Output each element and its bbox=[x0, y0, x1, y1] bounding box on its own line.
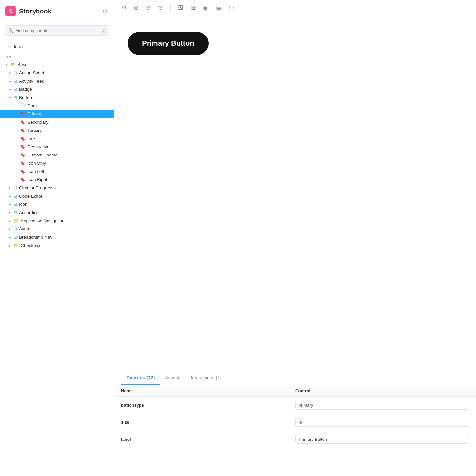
tree-item-label: Application Navigation bbox=[21, 218, 65, 223]
sidebar-item-button[interactable]: ▾⊞Button bbox=[0, 93, 114, 102]
preview-area: Primary Button bbox=[114, 15, 476, 371]
sidebar-item-code-editor[interactable]: ▸⊞Code Editor bbox=[0, 192, 114, 200]
control-input-size[interactable] bbox=[295, 418, 469, 427]
sidebar-item-button-link[interactable]: 🔖Link bbox=[0, 134, 114, 143]
component-icon: ⊞ bbox=[13, 226, 17, 231]
control-name-label: label bbox=[121, 437, 295, 442]
zoom-in-icon[interactable]: ⊕ bbox=[132, 3, 140, 12]
tree-item-label: Custom Theme bbox=[27, 153, 58, 157]
arrow-icon: ▸ bbox=[9, 71, 11, 75]
sidebar-item-button-icon-only[interactable]: 🔖Icon Only bbox=[0, 159, 114, 167]
section-label: ON bbox=[5, 55, 11, 59]
app-title: Storybook bbox=[19, 8, 52, 15]
arrow-icon: ▸ bbox=[9, 186, 11, 190]
search-icon: 🔍 bbox=[8, 28, 13, 33]
tree-item-label: Icon Only bbox=[27, 161, 46, 166]
search-input[interactable] bbox=[15, 28, 100, 33]
sidebar-item-button-destructive[interactable]: 🔖Destructive bbox=[0, 143, 114, 151]
tree-item-label: Base bbox=[17, 62, 28, 67]
tree-container: ▾📂Base▸⊞Action Sheet▸⊞Activity Feed▸⊞Bad… bbox=[0, 60, 114, 250]
search-bar[interactable]: 🔍 / bbox=[5, 25, 109, 36]
arrow-icon: ▸ bbox=[9, 236, 11, 239]
component-icon: ⊞ bbox=[13, 70, 17, 75]
component-icon: ⊞ bbox=[13, 235, 17, 240]
intro-icon: 📄 bbox=[6, 44, 12, 49]
folder-icon: 📁 bbox=[13, 218, 19, 223]
component-icon: ⊞ bbox=[13, 185, 17, 190]
sidebar-item-avatar[interactable]: ▸⊞Avatar bbox=[0, 225, 114, 233]
arrow-icon: ▸ bbox=[9, 227, 11, 231]
tree-item-label: Action Sheet bbox=[19, 70, 44, 75]
preview-primary-button[interactable]: Primary Button bbox=[128, 32, 209, 55]
sidebar-item-intro[interactable]: 📄 intro bbox=[0, 42, 114, 51]
sidebar-item-icon[interactable]: ▸⊞Icon bbox=[0, 200, 114, 208]
story-icon: 🔖 bbox=[20, 111, 25, 116]
zoom-out-icon[interactable]: ⊖ bbox=[145, 3, 152, 12]
tab-interactions[interactable]: Interactions (1) bbox=[185, 371, 226, 385]
control-input-label[interactable] bbox=[295, 435, 469, 444]
component-icon: ⊞ bbox=[13, 210, 17, 215]
panel-content: Name Control buttonType size label bbox=[114, 385, 476, 476]
main-area: ↺ ⊕ ⊖ ⊙ 🖼 ⊞ ▣ ▤ ⬚ Primary Button Control… bbox=[114, 0, 476, 476]
tree-item-label: Primary bbox=[27, 111, 43, 116]
measure-icon[interactable]: ▤ bbox=[215, 3, 223, 12]
tree-item-label: Destructive bbox=[27, 144, 50, 149]
story-icon: 🔖 bbox=[20, 161, 25, 166]
arrow-icon: ▸ bbox=[9, 203, 11, 206]
tree-item-label: Link bbox=[27, 136, 36, 141]
sidebar-item-button-primary[interactable]: 🔖Primary bbox=[0, 110, 114, 118]
arrow-icon: ▸ bbox=[9, 195, 11, 198]
sidebar-item-checkbox[interactable]: ▸📁Checkbox bbox=[0, 241, 114, 250]
tab-controls[interactable]: Controls (12) bbox=[121, 371, 160, 385]
story-icon: 🔖 bbox=[20, 144, 25, 149]
sidebar-item-breadcrumb-nav[interactable]: ▸⊞Breadcrumb Nav bbox=[0, 233, 114, 241]
section-header: ON ⌃ bbox=[0, 51, 114, 60]
storybook-logo-icon: S bbox=[5, 6, 16, 16]
viewport-icon[interactable]: ▣ bbox=[202, 3, 210, 12]
tree-item-label: Checkbox bbox=[21, 243, 40, 248]
sidebar-item-button-docs[interactable]: 📄Docs bbox=[0, 102, 114, 110]
controls-name-header: Name bbox=[121, 388, 295, 393]
sidebar-item-button-secondary[interactable]: 🔖Secondary bbox=[0, 118, 114, 126]
controls-table-header: Name Control bbox=[114, 385, 476, 397]
sidebar-item-circular-progresss[interactable]: ▸⊞Circular Progresss bbox=[0, 184, 114, 192]
zoom-reset-icon[interactable]: ⊙ bbox=[157, 3, 164, 12]
arrow-icon: ▾ bbox=[6, 63, 8, 66]
tree-item-label: Button bbox=[19, 95, 32, 100]
sidebar-item-application-navigation[interactable]: ▸📁Application Navigation bbox=[0, 217, 114, 225]
folder-icon: 📁 bbox=[13, 243, 19, 248]
toolbar-divider bbox=[170, 4, 171, 11]
grid-icon[interactable]: ⊞ bbox=[190, 3, 197, 12]
tree-item-label: Code Editor bbox=[19, 194, 42, 199]
sidebar-item-badge[interactable]: ▸⊞Badge bbox=[0, 85, 114, 93]
sidebar-item-activity-feed[interactable]: ▸⊞Activity Feed bbox=[0, 77, 114, 85]
component-icon: ⊞ bbox=[13, 95, 17, 100]
control-row-label: label bbox=[114, 431, 476, 448]
tab-actions[interactable]: Actions bbox=[160, 371, 185, 385]
story-icon: 🔖 bbox=[20, 153, 25, 157]
image-icon[interactable]: 🖼 bbox=[177, 4, 185, 12]
outline-icon[interactable]: ⬚ bbox=[227, 3, 236, 12]
sidebar-item-button-icon-left[interactable]: 🔖Icon Left bbox=[0, 167, 114, 176]
tree-item-label: Docs bbox=[27, 103, 37, 108]
sidebar-item-button-custom-theme[interactable]: 🔖Custom Theme bbox=[0, 151, 114, 159]
sidebar-item-action-sheet[interactable]: ▸⊞Action Sheet bbox=[0, 69, 114, 77]
arrow-icon: ▸ bbox=[9, 244, 11, 247]
tree-item-label: Tertiary bbox=[27, 128, 42, 133]
sidebar-item-button-tertiary[interactable]: 🔖Tertiary bbox=[0, 126, 114, 134]
arrow-icon: ▸ bbox=[9, 88, 11, 91]
section-expand-icon[interactable]: ⌃ bbox=[106, 55, 109, 59]
tree-item-label: Icon bbox=[19, 202, 28, 207]
tree-item-label: Avatar bbox=[19, 226, 32, 231]
search-shortcut: / bbox=[102, 28, 106, 33]
tree-item-label: Icon Left bbox=[27, 169, 44, 174]
refresh-icon[interactable]: ↺ bbox=[120, 3, 128, 12]
control-input-buttonType[interactable] bbox=[295, 401, 469, 410]
sidebar-item-button-icon-right[interactable]: 🔖Icon Right bbox=[0, 176, 114, 184]
controls-control-header: Control bbox=[295, 388, 469, 393]
tree-item-label: Secondary bbox=[27, 120, 49, 125]
story-icon: 🔖 bbox=[20, 177, 25, 182]
sidebar-item-accordion[interactable]: ▸⊞Accordion bbox=[0, 208, 114, 217]
settings-icon[interactable]: ⚙ bbox=[102, 8, 107, 15]
sidebar-item-base[interactable]: ▾📂Base bbox=[0, 60, 114, 69]
